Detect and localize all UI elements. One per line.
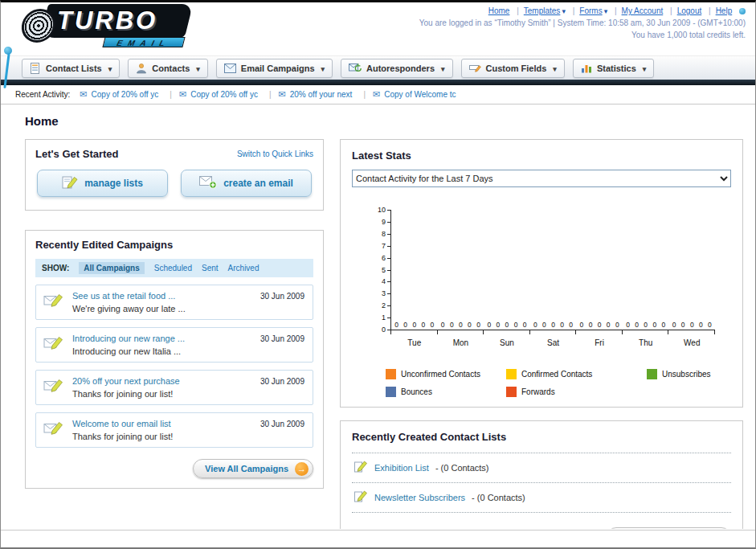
arrow-right-icon [295,462,309,476]
logo-subtitle: EMAIL [102,37,185,47]
chart-value-labels: 0 0 0 0 0 [484,321,530,329]
campaign-date: 30 Jun 2009 [260,292,304,301]
app-logo[interactable]: TURBO EMAIL [9,4,210,52]
chart-value-labels: 0 0 0 0 0 [576,321,623,329]
view-all-campaigns-button[interactable]: View All Campaigns [193,459,313,478]
legend-item: Unconfirmed Contacts [386,369,506,379]
y-axis-tick-mark [387,222,391,223]
campaign-row[interactable]: Introducing our new range ... Introducin… [35,327,313,363]
legend-label: Forwards [521,387,555,396]
y-axis-tick-mark [387,270,391,271]
recent-activity-link[interactable]: 20% off your next [290,90,353,99]
filter-archived[interactable]: Archived [228,264,259,272]
recent-activity-link[interactable]: Copy of Welcome tc [384,90,456,99]
campaign-title-link[interactable]: Introducing our new range ... [72,334,185,343]
nav-divider-bar [1,80,755,85]
contact-list-link[interactable]: Newsletter Subscribers [374,493,465,502]
x-axis-tick-mark [390,330,391,334]
top-link-forms[interactable]: Forms [579,6,602,15]
create-email-label: create an email [223,178,293,189]
top-link-my-account[interactable]: My Account [622,6,664,15]
main-nav: Contact Lists Contacts Email Campaigns A… [1,55,755,80]
chart-day-group: 0 0 0 0 0Sat [530,210,577,330]
login-info: You are logged in as “Timothy Smith” | S… [419,18,746,27]
create-email-button[interactable]: create an email [181,170,312,197]
x-axis-tick-label: Sat [530,338,577,347]
contacts-icon [136,63,147,74]
contact-activity-chart: 0 0 0 0 0Tue0 0 0 0 0Mon0 0 0 0 0Sun0 0 … [355,207,728,366]
nav-tab-contact-lists[interactable]: Contact Lists [22,59,120,78]
switch-quick-links-link[interactable]: Switch to Quick Links [237,150,313,158]
top-nav: Home Templates Forms My Account Logout H… [419,6,746,15]
campaign-date: 30 Jun 2009 [260,377,304,386]
chevron-down-icon [439,64,445,73]
y-axis-tick-mark [387,210,391,211]
contact-list-item[interactable]: Exhibition List - (0 Contacts) [352,453,731,483]
campaign-row[interactable]: 20% off your next purchase Thanks for jo… [35,370,313,405]
campaign-row[interactable]: Welcome to our email list Thanks for joi… [35,412,313,448]
nav-tab-label: Custom Fields [486,64,547,73]
autoresponders-icon [349,63,362,73]
nav-tab-autoresponders[interactable]: Autoresponders [341,59,453,78]
top-link-logout[interactable]: Logout [677,6,702,15]
get-started-title: Let's Get Started [35,148,119,160]
pencil-envelope-icon [43,291,64,313]
legend-swatch-icon [386,387,396,397]
manage-lists-button[interactable]: manage lists [37,170,168,197]
legend-item: Forwards [506,387,647,397]
campaign-title-link[interactable]: See us at the retail food ... [72,291,186,301]
pencil-envelope-icon [43,334,64,356]
get-started-panel: Let's Get Started Switch to Quick Links … [25,139,324,211]
email-campaigns-icon [224,64,236,73]
recent-activity-item[interactable]: Copy of 20% off yc [80,89,179,100]
recent-activity-item[interactable]: Copy of Welcome tc [373,89,456,100]
see-all-contact-lists-button[interactable]: See All Contact Lists [607,527,731,529]
x-axis-tick-label: Mon [438,338,484,347]
contact-list-link[interactable]: Exhibition List [374,463,429,473]
stats-period-select[interactable]: Contact Activity for the Last 7 Days [352,170,731,187]
pencil-envelope-icon [43,419,64,441]
campaign-filter-bar: SHOW: All Campaigns Scheduled Sent Archi… [35,259,313,277]
contact-list-item[interactable]: Newsletter Subscribers - (0 Contacts) [352,483,731,513]
nav-tab-custom-fields[interactable]: Custom Fields [461,59,565,78]
legend-label: Unsubscribes [662,370,711,379]
campaign-subtitle: We're giving away our late ... [72,304,186,313]
y-axis-tick-label: 0 [372,326,386,334]
recent-activity-link[interactable]: Copy of 20% off yc [190,90,258,99]
nav-tab-label: Email Campaigns [241,64,315,73]
recent-activity-link[interactable]: Copy of 20% off yc [92,90,159,99]
main-content: Home Let's Get Started Switch to Quick L… [1,104,755,529]
chevron-down-icon [320,64,325,73]
y-axis-tick-label: 7 [372,242,386,250]
chevron-down-icon [603,6,608,15]
nav-tab-label: Statistics [597,64,636,73]
top-link-templates[interactable]: Templates [524,6,561,15]
filter-sent[interactable]: Sent [202,264,219,272]
page-title: Home [25,114,731,128]
chart-day-group: 0 0 0 0 0Fri [576,210,623,330]
chart-legend: Unconfirmed ContactsConfirmed ContactsUn… [386,369,731,397]
y-axis-tick-mark [387,281,391,282]
chart-value-labels: 0 0 0 0 0 [668,321,715,329]
nav-tab-statistics[interactable]: Statistics [573,59,654,78]
filter-all-campaigns[interactable]: All Campaigns [79,262,144,274]
recent-contact-lists-panel: Recently Created Contact Lists Exhibitio… [340,420,743,529]
campaign-title-link[interactable]: Welcome to our email list [72,419,173,428]
nav-tab-contacts[interactable]: Contacts [128,59,208,78]
recent-activity-item[interactable]: 20% off your next [279,89,373,100]
pencil-envelope-icon [43,376,64,399]
nav-tab-label: Contacts [152,64,190,73]
chart-value-labels: 0 0 0 0 0 [438,321,484,329]
nav-tab-email-campaigns[interactable]: Email Campaigns [216,59,333,78]
campaign-row[interactable]: See us at the retail food ... We're givi… [35,285,313,320]
x-axis-tick-mark [575,330,576,334]
recent-activity-bar: Recent Activity: Copy of 20% off yc Copy… [1,85,755,104]
x-axis-tick-mark [714,330,715,334]
chart-day-group: 0 0 0 0 0Tue [391,210,438,330]
top-link-home[interactable]: Home [488,6,510,15]
campaign-title-link[interactable]: 20% off your next purchase [72,376,180,386]
filter-scheduled[interactable]: Scheduled [154,264,192,272]
top-link-help[interactable]: Help [716,6,733,15]
recent-activity-item[interactable]: Copy of 20% off yc [179,89,279,100]
pencil-list-icon [353,490,368,506]
